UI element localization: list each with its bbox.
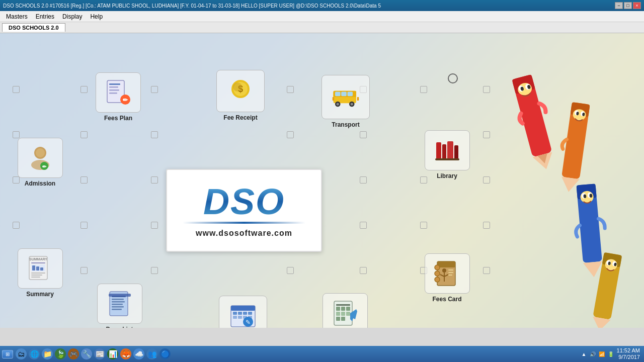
- menu-help[interactable]: Help: [86, 12, 107, 21]
- clock-time: 11:52 AM: [617, 347, 640, 354]
- svg-rect-71: [341, 317, 345, 321]
- svg-rect-27: [436, 142, 441, 160]
- svg-rect-53: [238, 312, 242, 315]
- svg-rect-52: [233, 312, 237, 315]
- svg-rect-41: [31, 277, 40, 278]
- menu-masters[interactable]: Masters: [2, 12, 32, 21]
- svg-rect-44: [112, 299, 124, 300]
- dot-26: [483, 222, 490, 229]
- tray-battery-icon[interactable]: 🔋: [608, 351, 614, 357]
- svg-rect-20: [333, 97, 335, 101]
- windows-logo-icon: ⊞: [6, 351, 10, 357]
- dot-7: [483, 86, 490, 93]
- svg-rect-21: [357, 97, 359, 101]
- fees-day-book-icon[interactable]: ✎ Fees Day Book: [210, 296, 276, 328]
- svg-rect-14: [341, 92, 347, 97]
- svg-rect-38: [40, 267, 43, 270]
- library-icon[interactable]: Library: [418, 130, 476, 179]
- svg-rect-39: [31, 273, 45, 274]
- transport-icon[interactable]: Transport: [316, 75, 375, 128]
- title-text: DSO SCHOOLS 2.0 #170516 [Reg.] [Co.: ATA…: [3, 3, 381, 9]
- taskbar-blue-app[interactable]: 🔵: [159, 348, 171, 359]
- dues-list-icon[interactable]: Dues List: [91, 284, 148, 328]
- svg-point-19: [351, 103, 353, 105]
- svg-rect-34: [31, 262, 45, 263]
- svg-rect-57: [238, 316, 242, 319]
- svg-rect-69: [346, 312, 350, 316]
- tray-speaker-icon[interactable]: 🔊: [590, 351, 596, 357]
- taskbar-settings[interactable]: 🔧: [81, 348, 92, 359]
- menu-entries[interactable]: Entries: [32, 12, 58, 21]
- fee-receipt-icon[interactable]: $ Fee Receipt: [210, 70, 271, 121]
- svg-rect-15: [348, 92, 353, 97]
- system-clock[interactable]: 11:52 AM 9/7/2017: [617, 347, 640, 360]
- svg-rect-3: [109, 89, 119, 91]
- svg-text:SUMMARY: SUMMARY: [29, 257, 47, 261]
- svg-text:✎: ✎: [246, 319, 251, 326]
- svg-rect-1: [109, 83, 120, 85]
- svg-point-17: [337, 103, 339, 105]
- tray-network-icon[interactable]: 📶: [599, 351, 605, 357]
- close-button[interactable]: ×: [633, 2, 641, 9]
- svg-text:✏: ✏: [42, 164, 47, 169]
- svg-rect-31: [435, 158, 459, 160]
- taskbar-firefox[interactable]: 🦊: [120, 348, 131, 359]
- title-bar-controls[interactable]: − □ ×: [615, 2, 641, 9]
- taskbar-file-manager[interactable]: 🗂: [16, 348, 27, 359]
- admission-icon[interactable]: ✏ Admission: [11, 138, 69, 187]
- svg-rect-4: [109, 93, 117, 94]
- dot-21: [80, 222, 88, 229]
- taskbar-browser1[interactable]: 🌐: [29, 348, 40, 359]
- fees-plan-icon[interactable]: ✏ Fees Plan: [91, 72, 146, 122]
- fees-card-icon[interactable]: Fees Card: [418, 253, 476, 303]
- taskbar-green-app[interactable]: 🍃: [55, 348, 66, 359]
- svg-rect-46: [112, 304, 123, 305]
- svg-rect-45: [112, 301, 125, 303]
- dot-30: [360, 267, 367, 274]
- dot-19: [483, 176, 490, 184]
- taskbar-docs[interactable]: 📰: [94, 348, 105, 359]
- dot-32: [483, 267, 490, 274]
- svg-rect-55: [248, 312, 252, 315]
- dot-13: [483, 131, 490, 138]
- svg-rect-79: [448, 269, 453, 270]
- svg-point-82: [435, 265, 440, 270]
- svg-rect-2: [109, 86, 118, 88]
- svg-rect-66: [346, 307, 350, 311]
- taskbar-excel[interactable]: 📊: [107, 348, 118, 359]
- dot-9: [80, 131, 88, 138]
- dot-25: [420, 222, 427, 229]
- summary-icon[interactable]: SUMMARY Summary: [11, 248, 69, 298]
- dot-27: [80, 267, 88, 274]
- taskbar-game[interactable]: 🎮: [68, 348, 79, 359]
- demand-register-icon[interactable]: Demand Register: [315, 293, 375, 328]
- svg-rect-13: [335, 92, 341, 97]
- svg-rect-67: [336, 312, 340, 316]
- dot-15: [80, 176, 88, 184]
- svg-rect-36: [32, 265, 35, 270]
- svg-rect-49: [109, 294, 131, 297]
- dot-8: [13, 131, 20, 138]
- dot-3: [151, 86, 158, 93]
- dot-6: [420, 86, 427, 93]
- dot-16: [151, 176, 158, 184]
- tray-up-arrow[interactable]: ▲: [582, 351, 587, 357]
- app-tab-bar: DSO SCHOOLS 2.0: [0, 22, 644, 33]
- taskbar-users[interactable]: 👥: [146, 348, 157, 359]
- svg-rect-28: [442, 144, 446, 160]
- svg-rect-70: [336, 317, 340, 321]
- maximize-button[interactable]: □: [624, 2, 632, 9]
- svg-rect-54: [243, 312, 247, 315]
- dot-4: [287, 86, 294, 93]
- system-tray: ▲ 🔊 📶 🔋 11:52 AM 9/7/2017: [582, 347, 642, 360]
- minimize-button[interactable]: −: [615, 2, 623, 9]
- menu-display[interactable]: Display: [58, 12, 86, 21]
- title-bar: DSO SCHOOLS 2.0 #170516 [Reg.] [Co.: ATA…: [0, 0, 644, 11]
- start-button[interactable]: ⊞: [2, 350, 13, 358]
- clock-date: 9/7/2017: [617, 354, 640, 360]
- taskbar-cloud[interactable]: ☁️: [133, 348, 144, 359]
- svg-point-75: [442, 268, 446, 273]
- taskbar-explorer[interactable]: 📁: [42, 348, 53, 359]
- dot-1: [13, 86, 20, 93]
- app-tab[interactable]: DSO SCHOOLS 2.0: [2, 23, 65, 32]
